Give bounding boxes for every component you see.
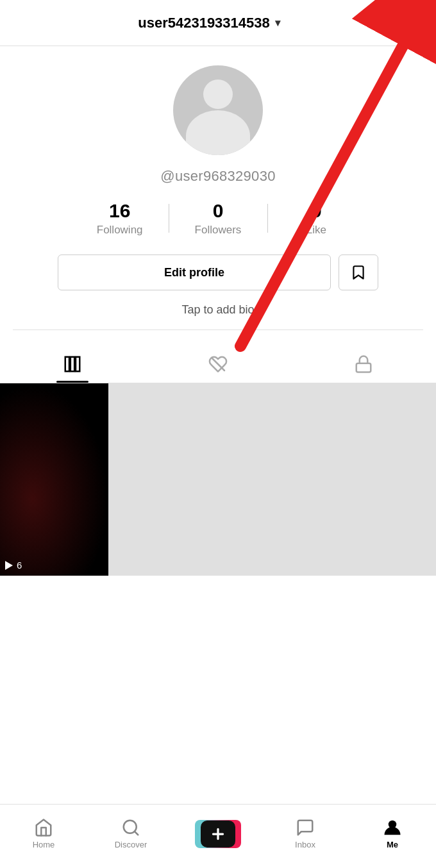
bookmark-button[interactable] bbox=[339, 255, 378, 290]
svg-point-4 bbox=[410, 19, 414, 22]
nav-home[interactable]: Home bbox=[0, 818, 87, 849]
play-icon bbox=[5, 561, 13, 570]
followers-label: Followers bbox=[195, 224, 242, 237]
bio-placeholder[interactable]: Tap to add bio bbox=[181, 303, 254, 317]
lock-icon bbox=[354, 355, 373, 374]
edit-profile-button[interactable]: Edit profile bbox=[58, 255, 331, 290]
header: user5423193314538 ▾ bbox=[0, 0, 436, 46]
svg-rect-12 bbox=[356, 363, 371, 372]
likes-stat[interactable]: 0 Like bbox=[267, 200, 365, 237]
inbox-icon bbox=[296, 818, 315, 837]
header-username: user5423193314538 bbox=[138, 15, 270, 31]
bookmark-icon bbox=[350, 264, 367, 281]
profile-section: @user968329030 16 Following 0 Followers … bbox=[0, 46, 436, 343]
me-icon bbox=[383, 818, 402, 837]
discover-label: Discover bbox=[115, 840, 147, 849]
add-button[interactable] bbox=[199, 820, 237, 848]
avatar[interactable] bbox=[173, 65, 263, 155]
grid-icon bbox=[63, 355, 82, 374]
following-stat[interactable]: 16 Following bbox=[71, 200, 169, 237]
bottom-nav: Home Discover Inbox Me bbox=[0, 804, 436, 868]
svg-rect-10 bbox=[76, 357, 80, 372]
nav-me[interactable]: Me bbox=[349, 818, 436, 849]
svg-point-5 bbox=[410, 25, 414, 28]
tab-liked[interactable] bbox=[146, 343, 291, 383]
home-icon bbox=[34, 818, 53, 837]
svg-rect-8 bbox=[65, 357, 69, 372]
username-display[interactable]: user5423193314538 ▾ bbox=[138, 15, 280, 31]
svg-line-14 bbox=[135, 831, 138, 835]
tab-private[interactable] bbox=[290, 343, 436, 383]
nav-inbox[interactable]: Inbox bbox=[262, 818, 349, 849]
video-thumbnail[interactable]: 6 bbox=[0, 383, 108, 576]
play-count: 6 bbox=[17, 560, 22, 571]
nav-add-wrapper bbox=[174, 820, 262, 848]
content-grid: 6 bbox=[0, 383, 436, 576]
likes-label: Like bbox=[306, 224, 326, 237]
following-count: 16 bbox=[109, 200, 130, 221]
likes-count: 0 bbox=[311, 200, 322, 221]
svg-point-3 bbox=[410, 13, 414, 17]
action-buttons: Edit profile bbox=[58, 255, 378, 290]
liked-icon bbox=[208, 355, 228, 374]
more-options-button[interactable] bbox=[403, 12, 421, 34]
followers-stat[interactable]: 0 Followers bbox=[169, 200, 267, 237]
nav-discover[interactable]: Discover bbox=[87, 818, 174, 849]
divider bbox=[13, 330, 423, 330]
inbox-label: Inbox bbox=[295, 840, 315, 849]
tab-bar bbox=[0, 343, 436, 383]
home-label: Home bbox=[33, 840, 55, 849]
followers-count: 0 bbox=[213, 200, 224, 221]
tab-grid[interactable] bbox=[0, 343, 146, 383]
video-play-info: 6 bbox=[5, 560, 22, 571]
svg-rect-9 bbox=[71, 357, 74, 372]
stats-row: 16 Following 0 Followers 0 Like bbox=[71, 200, 365, 237]
me-label: Me bbox=[387, 840, 398, 849]
user-handle: @user968329030 bbox=[160, 168, 275, 185]
three-dot-icon bbox=[403, 12, 421, 29]
dropdown-arrow-icon: ▾ bbox=[275, 17, 280, 29]
discover-icon bbox=[121, 818, 140, 837]
plus-inner bbox=[201, 821, 235, 847]
plus-icon bbox=[210, 826, 226, 842]
following-label: Following bbox=[97, 224, 143, 237]
